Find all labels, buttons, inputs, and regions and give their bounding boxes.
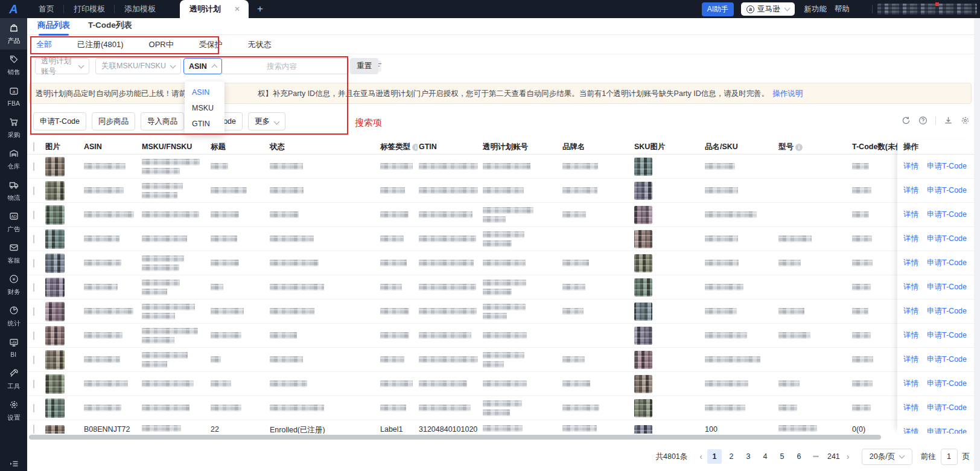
sidebar-item-采购[interactable]: 采购 [0, 112, 27, 144]
user-avatar-icon[interactable] [858, 4, 867, 14]
detail-link[interactable]: 详情 [903, 379, 918, 389]
apply-tcode-link[interactable]: 申请T-Code [927, 306, 967, 316]
action-button-1[interactable]: 申请T-Code [33, 112, 86, 130]
sidebar-item-客服[interactable]: 客服 [0, 238, 27, 269]
refresh-icon[interactable] [902, 116, 911, 125]
detail-link[interactable]: 详情 [903, 427, 918, 434]
help-circle-icon[interactable] [918, 116, 928, 125]
detail-link[interactable]: 详情 [903, 185, 918, 196]
marketplace-selector[interactable]: a 亚马逊 [741, 2, 795, 16]
sidebar-item-产品[interactable]: 产品 [0, 18, 27, 50]
apply-tcode-link[interactable]: 申请T-Code [927, 234, 967, 244]
detail-link[interactable]: 详情 [903, 403, 918, 413]
sidebar-item-销售[interactable]: 销售 [0, 50, 27, 81]
status-tab-4[interactable]: 受保护 [199, 39, 223, 50]
dropdown-option-ASIN[interactable]: ASIN [185, 85, 224, 100]
sidebar-item-统计[interactable]: 统计 [0, 301, 27, 332]
window-tab-1[interactable]: 首页 [29, 0, 64, 18]
ai-assistant-button[interactable]: AI助手 [702, 2, 734, 16]
reset-button[interactable]: 重置 [350, 58, 378, 74]
detail-link[interactable]: 详情 [903, 161, 918, 171]
row-checkbox[interactable] [33, 211, 34, 219]
apply-tcode-link[interactable]: 申请T-Code [927, 282, 967, 292]
column-settings-icon[interactable] [961, 116, 970, 125]
info-icon[interactable]: i [795, 144, 803, 151]
sidebar-item-工具[interactable]: 工具 [0, 364, 27, 395]
detail-link[interactable]: 详情 [903, 354, 918, 365]
sidebar-item-仓库[interactable]: 仓库 [0, 144, 27, 175]
detail-link[interactable]: 详情 [903, 306, 918, 316]
detail-link[interactable]: 详情 [903, 330, 918, 341]
sidebar-item-广告[interactable]: AD广告 [0, 207, 27, 238]
page-number-5[interactable]: 5 [775, 449, 789, 464]
prev-page-button[interactable]: ‹ [699, 452, 702, 461]
window-tab-3[interactable]: 添加模板 [115, 0, 165, 18]
page-number-2[interactable]: 2 [724, 449, 739, 464]
app-logo-icon[interactable]: A [0, 0, 27, 18]
apply-tcode-link[interactable]: 申请T-Code [927, 427, 967, 434]
row-checkbox[interactable] [33, 307, 34, 316]
account-filter-select[interactable]: 透明计划账号 [35, 58, 89, 74]
row-checkbox[interactable] [33, 425, 34, 434]
apply-tcode-link[interactable]: 申请T-Code [927, 403, 967, 413]
page-number-241[interactable]: 241 [826, 449, 842, 464]
detail-link[interactable]: 详情 [903, 210, 918, 220]
banner-help-link[interactable]: 操作说明 [772, 89, 803, 98]
sidebar-item-设置[interactable]: 设置 [0, 395, 27, 426]
window-tab-4[interactable]: 透明计划✕ [180, 0, 249, 18]
page-size-select[interactable]: 20条/页 [862, 449, 912, 465]
row-checkbox[interactable] [33, 332, 34, 340]
tab-T-Code列表[interactable]: T-Code列表 [87, 18, 133, 35]
page-number-6[interactable]: 6 [792, 449, 806, 464]
select-all-checkbox[interactable] [33, 142, 34, 152]
tab-商品列表[interactable]: 商品列表 [36, 18, 71, 35]
row-checkbox[interactable] [33, 380, 34, 388]
apply-tcode-link[interactable]: 申请T-Code [927, 185, 967, 196]
sidebar-item-财务[interactable]: ¥财务 [0, 269, 27, 301]
info-icon[interactable]: i [412, 144, 418, 151]
apply-tcode-link[interactable]: 申请T-Code [927, 161, 967, 171]
apply-tcode-link[interactable]: 申请T-Code [927, 330, 967, 341]
status-tab-5[interactable]: 无状态 [248, 39, 272, 50]
status-tab-2[interactable]: 已注册(4801) [77, 39, 124, 50]
msku-filter-select[interactable]: 关联MSKU/FNSKU [95, 58, 181, 74]
row-checkbox[interactable] [33, 162, 34, 171]
row-checkbox[interactable] [33, 356, 34, 364]
sidebar-item-物流[interactable]: 物流 [0, 175, 27, 207]
status-tab-3[interactable]: OPR中 [149, 39, 174, 50]
apply-tcode-link[interactable]: 申请T-Code [927, 354, 967, 365]
dropdown-option-MSKU[interactable]: MSKU [185, 100, 224, 116]
page-number-3[interactable]: 3 [741, 449, 756, 464]
row-checkbox[interactable] [33, 187, 34, 195]
action-button-2[interactable]: 同步商品 [92, 112, 135, 130]
apply-tcode-link[interactable]: 申请T-Code [927, 210, 967, 220]
search-input[interactable] [222, 62, 369, 71]
help-link[interactable]: 帮助 [835, 4, 850, 14]
next-page-button[interactable]: › [847, 452, 850, 461]
action-button-5[interactable]: 更多 [248, 112, 285, 130]
row-checkbox[interactable] [33, 235, 34, 243]
new-features-link[interactable]: 新功能 [804, 4, 827, 14]
sidebar-item-BI[interactable]: BI [0, 332, 27, 364]
detail-link[interactable]: 详情 [903, 234, 918, 244]
page-number-1[interactable]: 1 [707, 449, 722, 464]
search-type-select[interactable]: ASIN [183, 58, 222, 74]
window-tab-2[interactable]: 打印模板 [64, 0, 115, 18]
user-account-redacted[interactable] [877, 4, 977, 14]
collapse-menu-icon[interactable] [0, 459, 27, 469]
page-number-4[interactable]: 4 [758, 449, 772, 464]
row-checkbox[interactable] [33, 404, 34, 412]
row-checkbox[interactable] [33, 283, 34, 292]
apply-tcode-link[interactable]: 申请T-Code [927, 379, 967, 389]
apply-tcode-link[interactable]: 申请T-Code [927, 258, 967, 268]
download-icon[interactable] [944, 116, 953, 125]
detail-link[interactable]: 详情 [903, 282, 918, 292]
row-checkbox[interactable] [33, 259, 34, 268]
goto-page-input[interactable] [941, 449, 958, 465]
dropdown-option-GTIN[interactable]: GTIN [185, 116, 224, 132]
close-tab-icon[interactable]: ✕ [234, 5, 240, 13]
status-tab-1[interactable]: 全部 [36, 39, 52, 50]
horizontal-scrollbar[interactable] [29, 435, 958, 440]
sidebar-item-FBA[interactable]: aFBA [0, 81, 27, 112]
detail-link[interactable]: 详情 [903, 258, 918, 268]
